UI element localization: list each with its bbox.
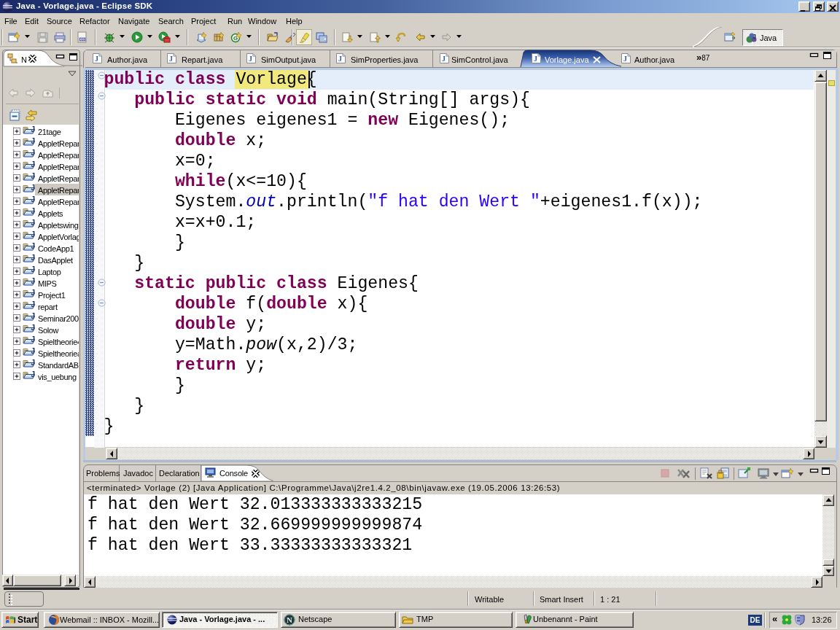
svg-text:J: J	[338, 55, 342, 63]
svg-text:J: J	[31, 265, 36, 273]
svg-text:J: J	[31, 137, 36, 145]
svg-text:J: J	[169, 55, 173, 63]
svg-text:J: J	[31, 277, 36, 285]
svg-text:J: J	[31, 219, 36, 227]
svg-text:J: J	[31, 149, 36, 157]
svg-text:J: J	[623, 55, 627, 63]
svg-text:J: J	[31, 335, 36, 343]
svg-text:J: J	[249, 55, 252, 63]
svg-text:J: J	[31, 347, 36, 355]
svg-text:J: J	[31, 359, 36, 367]
svg-text:J: J	[31, 289, 36, 297]
svg-text:J: J	[31, 160, 36, 168]
svg-text:J: J	[31, 195, 36, 203]
svg-text:J: J	[31, 300, 36, 308]
svg-text:J: J	[442, 55, 446, 63]
svg-text:N: N	[287, 615, 292, 624]
svg-text:J: J	[95, 55, 98, 63]
svg-text:J: J	[534, 55, 537, 63]
svg-text:J: J	[31, 370, 36, 378]
svg-text:J: J	[31, 172, 36, 180]
svg-text:010: 010	[79, 37, 86, 42]
svg-text:J: J	[31, 254, 36, 262]
svg-text:J: J	[31, 125, 36, 133]
svg-text:J: J	[31, 324, 36, 332]
svg-text:J: J	[31, 230, 36, 238]
svg-text:J: J	[31, 242, 36, 250]
svg-text:J: J	[752, 33, 756, 40]
svg-text:J: J	[31, 207, 36, 215]
svg-text:J: J	[31, 184, 36, 192]
svg-text:J: J	[31, 312, 36, 320]
